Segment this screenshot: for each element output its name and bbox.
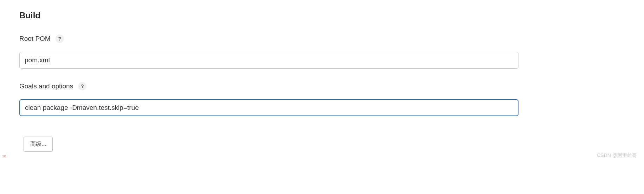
- build-section-title: Build: [19, 11, 625, 20]
- help-icon[interactable]: ?: [78, 82, 86, 90]
- side-mark: sd: [2, 154, 6, 158]
- goals-options-group: Goals and options ?: [19, 82, 625, 116]
- advanced-button[interactable]: 高级...: [24, 137, 53, 152]
- goals-options-label-row: Goals and options ?: [19, 82, 625, 90]
- watermark-text: CSDN @阿里雄哥: [597, 152, 637, 159]
- root-pom-label-row: Root POM ?: [19, 35, 625, 43]
- goals-options-label: Goals and options: [19, 82, 73, 90]
- goals-options-input[interactable]: [19, 99, 519, 116]
- root-pom-input[interactable]: [19, 52, 519, 69]
- help-icon[interactable]: ?: [56, 35, 64, 43]
- root-pom-label: Root POM: [19, 35, 51, 43]
- root-pom-group: Root POM ?: [19, 35, 625, 69]
